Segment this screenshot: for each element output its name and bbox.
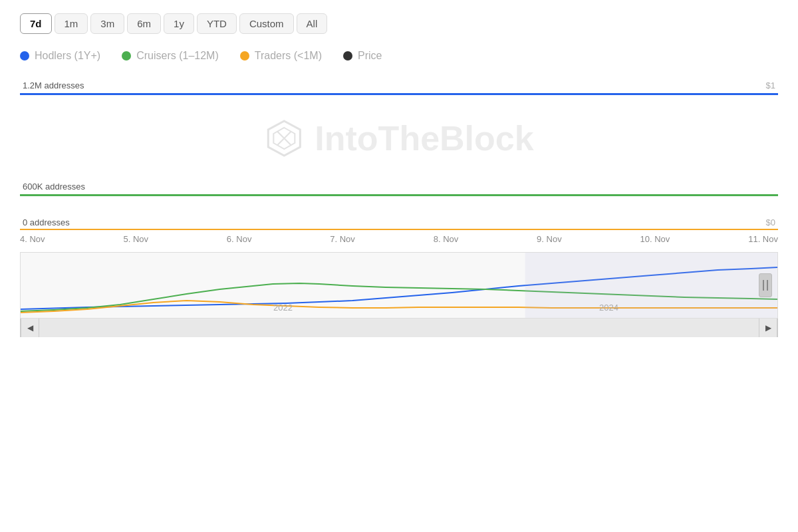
x-label-6: 10. Nov <box>640 234 670 244</box>
chart-bot-spacer <box>20 196 778 217</box>
svg-rect-4 <box>525 253 777 319</box>
x-label-0: 4. Nov <box>20 234 45 244</box>
watermark-icon <box>264 118 304 158</box>
cruisers-dot <box>122 51 131 61</box>
chart-mid-area: IntoTheBlock <box>20 95 778 182</box>
legend-hodlers: Hodlers (1Y+) <box>20 50 100 62</box>
svg-line-2 <box>277 132 291 145</box>
mini-chart-year-2022: 2022 <box>273 303 293 313</box>
svg-rect-5 <box>763 280 764 291</box>
cruisers-label: Cruisers (1–12M) <box>136 50 219 62</box>
main-chart-section: 1.2M addresses $1 IntoTheBlock 600K addr… <box>20 80 778 244</box>
hodlers-dot <box>20 51 29 61</box>
price-label-legend: Price <box>358 50 382 62</box>
x-label-5: 9. Nov <box>537 234 562 244</box>
traders-label: Traders (<1M) <box>255 50 322 62</box>
scroll-track[interactable] <box>39 319 759 337</box>
x-label-4: 8. Nov <box>434 234 459 244</box>
x-label-1: 5. Nov <box>123 234 148 244</box>
legend-price: Price <box>343 50 382 62</box>
mini-chart: 2022 2024 <box>20 252 778 319</box>
time-btn-custom[interactable]: Custom <box>239 13 294 34</box>
scroll-left-button[interactable]: ◀ <box>21 319 39 337</box>
drag-handle-icon <box>761 279 769 292</box>
x-axis: 4. Nov 5. Nov 6. Nov 7. Nov 8. Nov 9. No… <box>20 230 778 244</box>
watermark: IntoTheBlock <box>264 118 533 158</box>
hodlers-label: Hodlers (1Y+) <box>35 50 100 62</box>
time-btn-6m[interactable]: 6m <box>127 13 161 34</box>
time-btn-3m[interactable]: 3m <box>90 13 124 34</box>
time-btn-1m[interactable]: 1m <box>55 13 88 34</box>
time-range-selector: 7d 1m 3m 6m 1y YTD Custom All <box>20 13 778 34</box>
y-label-mid: 600K addresses <box>23 182 85 192</box>
time-btn-7d[interactable]: 7d <box>20 13 52 34</box>
time-btn-ytd[interactable]: YTD <box>197 13 237 34</box>
x-label-3: 7. Nov <box>330 234 355 244</box>
y-label-top: 1.2M addresses <box>23 80 84 90</box>
svg-marker-0 <box>268 121 300 156</box>
scroll-right-button[interactable]: ▶ <box>759 319 777 337</box>
time-btn-all[interactable]: All <box>297 13 328 34</box>
traders-dot <box>240 51 249 61</box>
svg-marker-1 <box>273 128 295 149</box>
svg-line-3 <box>277 132 291 145</box>
svg-rect-6 <box>767 280 768 291</box>
mini-chart-svg <box>21 253 777 319</box>
legend-traders: Traders (<1M) <box>240 50 322 62</box>
legend-cruisers: Cruisers (1–12M) <box>122 50 219 62</box>
price-dot <box>343 51 352 61</box>
x-label-2: 6. Nov <box>227 234 252 244</box>
x-label-7: 11. Nov <box>748 234 778 244</box>
mini-chart-year-2024: 2024 <box>599 303 618 313</box>
y-label-bot: 0 addresses <box>23 217 70 227</box>
scrollbar[interactable]: ◀ ▶ <box>20 319 778 337</box>
time-btn-1y[interactable]: 1y <box>164 13 194 34</box>
price-label-top: $1 <box>766 80 775 90</box>
watermark-text: IntoTheBlock <box>315 118 533 158</box>
drag-handle[interactable] <box>759 273 772 297</box>
chart-legend: Hodlers (1Y+) Cruisers (1–12M) Traders (… <box>20 50 778 62</box>
price-label-bot: $0 <box>766 217 775 227</box>
